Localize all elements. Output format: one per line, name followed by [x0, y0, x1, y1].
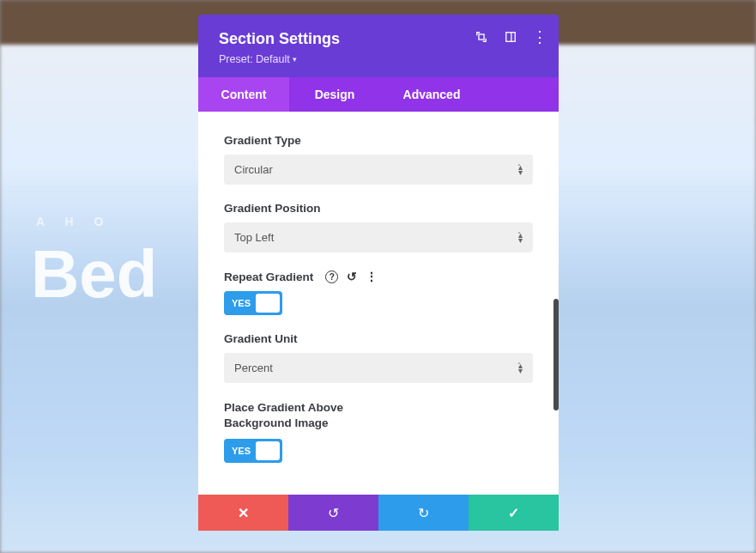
- field-place-above: Place Gradient Above Background Image YE…: [224, 400, 533, 463]
- tab-advanced[interactable]: Advanced: [380, 77, 483, 112]
- label-repeat-gradient-text: Repeat Gradient: [224, 270, 313, 283]
- redo-icon: [418, 505, 429, 521]
- hero-text: A H O Bed: [31, 215, 157, 307]
- label-gradient-unit: Gradient Unit: [224, 332, 533, 345]
- field-gradient-type: Gradient Type Circular ▴▾: [224, 134, 533, 185]
- select-gradient-type-value: Circular: [234, 163, 273, 176]
- tabs: Content Design Advanced: [198, 77, 559, 112]
- svg-rect-1: [506, 33, 516, 42]
- toggle-repeat-gradient[interactable]: YES: [224, 291, 282, 315]
- field-repeat-gradient: Repeat Gradient ? ↺ ⋮ YES: [224, 270, 533, 315]
- chevron-down-icon: ▾: [293, 55, 297, 64]
- field-gradient-position: Gradient Position Top Left ▴▾: [224, 202, 533, 252]
- toggle-place-above[interactable]: YES: [224, 439, 282, 463]
- tab-content[interactable]: Content: [198, 77, 289, 112]
- select-caret-icon: ▴▾: [518, 165, 523, 175]
- scrollbar[interactable]: [553, 299, 559, 410]
- select-gradient-type[interactable]: Circular ▴▾: [224, 155, 533, 185]
- toggle-knob: [256, 441, 280, 460]
- toggle-knob: [256, 294, 280, 313]
- footer: [198, 495, 559, 531]
- label-place-above: Place Gradient Above Background Image: [224, 400, 396, 431]
- label-repeat-gradient: Repeat Gradient ? ↺ ⋮: [224, 270, 533, 283]
- preset-prefix: Preset:: [219, 53, 256, 65]
- undo-icon: [328, 505, 339, 521]
- label-inline-icons: ? ↺ ⋮: [325, 270, 378, 283]
- redo-button[interactable]: [378, 495, 469, 531]
- tab-design[interactable]: Design: [289, 77, 380, 112]
- header-actions: ⋮: [475, 30, 547, 44]
- toggle-place-above-value: YES: [224, 446, 251, 456]
- hero-tagline: A H O: [36, 215, 157, 228]
- select-caret-icon: ▴▾: [518, 363, 523, 374]
- field-gradient-unit: Gradient Unit Percent ▴▾: [224, 332, 533, 383]
- select-gradient-unit-value: Percent: [234, 362, 273, 374]
- label-gradient-position: Gradient Position: [224, 202, 533, 215]
- modal-header: Section Settings Preset: Default▾ ⋮: [198, 15, 559, 77]
- select-gradient-position[interactable]: Top Left ▴▾: [224, 222, 533, 252]
- select-gradient-unit[interactable]: Percent ▴▾: [224, 353, 533, 383]
- preset-value: Default: [256, 53, 290, 65]
- expand-icon[interactable]: [475, 30, 488, 44]
- reset-icon[interactable]: ↺: [347, 270, 357, 283]
- select-caret-icon: ▴▾: [518, 233, 523, 243]
- label-gradient-type: Gradient Type: [224, 134, 533, 147]
- more-icon[interactable]: ⋮: [366, 270, 378, 283]
- svg-rect-0: [479, 34, 484, 40]
- snap-icon[interactable]: [504, 30, 517, 44]
- select-gradient-position-value: Top Left: [234, 231, 274, 244]
- preset-selector[interactable]: Preset: Default▾: [219, 53, 538, 65]
- undo-button[interactable]: [288, 495, 378, 531]
- toggle-repeat-gradient-value: YES: [224, 298, 251, 308]
- panel: Gradient Type Circular ▴▾ Gradient Posit…: [198, 112, 559, 495]
- close-icon: [238, 505, 249, 521]
- help-icon[interactable]: ?: [325, 270, 338, 283]
- more-icon[interactable]: ⋮: [533, 30, 547, 44]
- hero-title: Bed: [31, 240, 157, 307]
- check-icon: [508, 505, 519, 521]
- close-button[interactable]: [198, 495, 288, 531]
- save-button[interactable]: [469, 495, 559, 531]
